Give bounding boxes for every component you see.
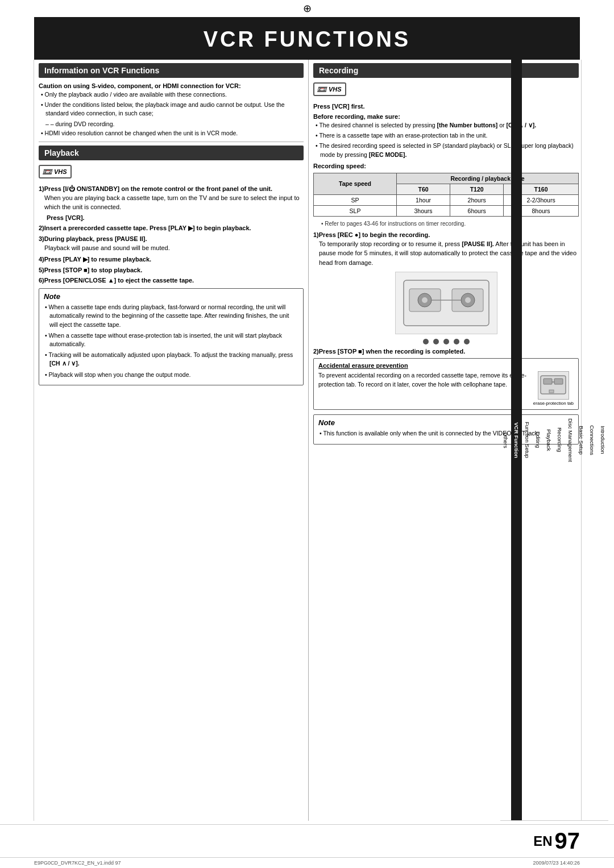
sidebar-item-function-setup: Function Setup xyxy=(522,60,533,821)
caution-bullet-1: • Only the playback audio / video are av… xyxy=(39,90,304,99)
right-sidebar: Introduction Connections Basic Setup Dis… xyxy=(581,60,608,821)
step3-text: Playback will pause and sound will be mu… xyxy=(44,243,304,253)
cassette-svg xyxy=(401,277,492,329)
page-footer: E9PG0CD_DVR7KC2_EN_v1.indd 97 2009/07/23… xyxy=(0,857,614,868)
divider-1 xyxy=(39,142,304,142)
vhs-text: VHS xyxy=(54,168,67,175)
dot-3 xyxy=(443,339,449,344)
table-sp-t60: 1hour xyxy=(397,194,450,205)
sidebar-item-basic-setup: Basic Setup xyxy=(576,60,587,821)
table-t120-header: T120 xyxy=(450,184,504,194)
step4-label: 4)Press [PLAY ▶] to resume playback. xyxy=(39,256,304,263)
left-column: Information on VCR Functions Caution on … xyxy=(36,60,309,821)
svg-point-6 xyxy=(465,297,471,303)
vhs-logo-recording: 📼 VHS xyxy=(313,82,346,96)
vhs-logo-playback: 📼 VHS xyxy=(39,165,72,178)
sidebar-item-introduction: Introduction xyxy=(598,60,608,821)
note-item-4: • Playback will stop when you change the… xyxy=(44,371,298,379)
dot-4 xyxy=(454,339,459,344)
caution-bullet-3: • HDMI video resolution cannot be change… xyxy=(39,129,304,138)
page-number: 97 xyxy=(555,828,580,854)
cassette-icon-rec: 📼 xyxy=(317,85,326,94)
page-wrapper: ⊕ VCR FUNCTIONS Information on VCR Funct… xyxy=(0,0,614,868)
page-number-area: EN 97 xyxy=(0,824,614,857)
content-area: Information on VCR Functions Caution on … xyxy=(0,60,614,821)
note-title: Note xyxy=(44,292,298,301)
sidebar-item-playback: Playback xyxy=(544,60,554,821)
vcr-info-header: Information on VCR Functions xyxy=(39,63,304,78)
press-vcr-label: Press [VCR]. xyxy=(47,214,304,221)
vhs-text-rec: VHS xyxy=(329,86,342,93)
step3-label: 3)During playback, press [PAUSE II]. xyxy=(39,235,304,242)
step1-label: 1)Press [I/⏻ ON/STANDBY] on the remote c… xyxy=(39,185,304,192)
sidebar-item-vcr-function: VCR Function xyxy=(511,60,522,821)
step5-label: 5)Press [STOP ■] to stop playback. xyxy=(39,267,304,273)
dot-5 xyxy=(464,339,470,344)
table-slp-t60: 3hours xyxy=(397,205,450,216)
step2-label: 2)Insert a prerecorded cassette tape. Pr… xyxy=(39,225,304,232)
sidebar-item-recording: Recording xyxy=(554,60,565,821)
page-title: VCR FUNCTIONS xyxy=(34,17,580,60)
sidebar-item-others: Others xyxy=(500,60,511,821)
table-col-tapespeed: Tape speed xyxy=(314,173,397,194)
left-margin xyxy=(6,60,34,821)
sidebar-item-disc-management: Disc Management xyxy=(565,60,576,821)
caution-title: Caution on using S-video, component, or … xyxy=(39,82,304,89)
note-item-3: • Tracking will be automatically adjuste… xyxy=(44,351,298,368)
note-item-2: • When a cassette tape without erase-pro… xyxy=(44,331,298,348)
step6-label: 6)Press [OPEN/CLOSE ▲] to eject the cass… xyxy=(39,277,304,284)
caution-indent-1: – – during DVD recording. xyxy=(39,120,304,128)
dot-2 xyxy=(433,339,439,344)
en-label: EN xyxy=(533,833,552,849)
main-content: Information on VCR Functions Caution on … xyxy=(36,60,581,821)
dot-1 xyxy=(423,339,429,344)
playback-header: Playback xyxy=(39,146,304,160)
sidebar-item-editing: Editing xyxy=(533,60,544,821)
cassette-diagram xyxy=(395,272,497,334)
footer-right: 2009/07/23 14:40:26 xyxy=(533,860,580,866)
footer-left: E9PG0CD_DVR7KC2_EN_v1.indd 97 xyxy=(34,860,121,866)
sidebar-item-connections: Connections xyxy=(587,60,598,821)
table-slp-t120: 6hours xyxy=(450,205,504,216)
note-box-playback: Note • When a cassette tape ends during … xyxy=(39,288,304,385)
erasure-text: To prevent accidental recording on a rec… xyxy=(318,371,529,388)
cassette-icon: 📼 xyxy=(42,167,52,176)
top-compass: ⊕ xyxy=(0,0,614,17)
table-type-header: T60 xyxy=(397,184,450,194)
table-sp-t120: 2hours xyxy=(450,194,504,205)
caution-bullet-2: • Under the conditions listed below, the… xyxy=(39,101,304,118)
table-slp-label: SLP xyxy=(314,205,397,216)
svg-point-4 xyxy=(422,297,428,303)
table-sp-label: SP xyxy=(314,194,397,205)
step1-text: When you are playing back a cassette tap… xyxy=(44,193,304,212)
note-item-1: • When a cassette tape ends during playb… xyxy=(44,303,298,329)
